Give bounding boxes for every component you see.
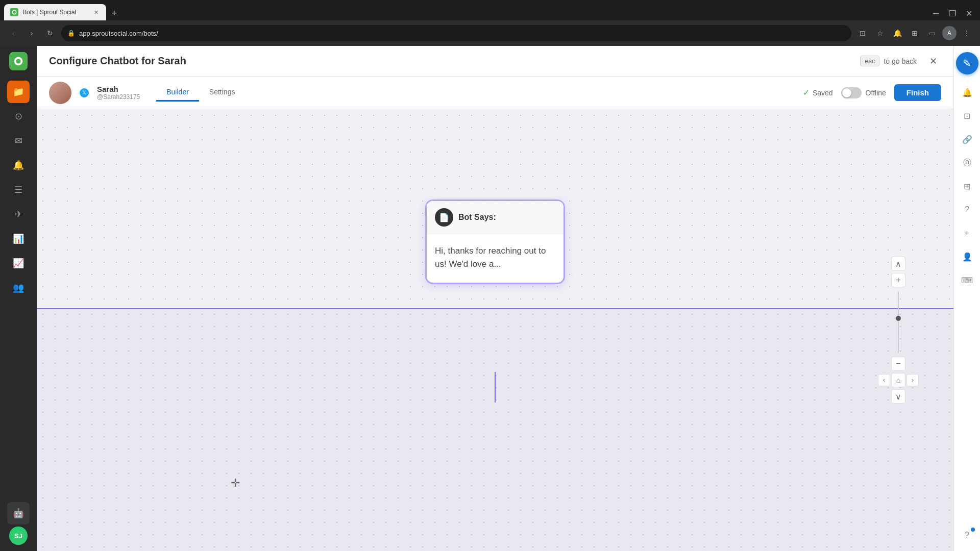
right-panel-bell[interactable]: 🔔: [958, 83, 977, 102]
new-tab-button[interactable]: +: [107, 6, 121, 20]
extension-warning-icon[interactable]: 🔔: [890, 26, 904, 40]
bot-card-icon: 📄: [435, 208, 453, 227]
tab-close-button[interactable]: ✕: [92, 8, 100, 16]
bot-card-title: Bot Says:: [458, 213, 496, 222]
sprout-logo[interactable]: [9, 52, 28, 70]
status-toggle[interactable]: [841, 87, 862, 98]
right-panel-grid[interactable]: ⊞: [958, 177, 977, 196]
zoom-up-button[interactable]: ∧: [891, 257, 905, 271]
close-button[interactable]: ✕: [962, 6, 976, 20]
right-panel-at[interactable]: ⓐ: [958, 153, 977, 172]
grid-icon: ⊞: [964, 182, 970, 191]
help-icon: ?: [965, 205, 969, 214]
analytics-icon: 📈: [13, 258, 24, 269]
tab-settings[interactable]: Settings: [199, 84, 246, 102]
window-controls: ─ ❐ ✕: [929, 6, 976, 20]
sidebar: 📁 ⊙ ✉ 🔔 ☰ ✈ 📊 📈 👥 🤖 SJ: [0, 46, 37, 551]
screen-icon[interactable]: ▭: [925, 26, 939, 40]
sidebar-item-feeds[interactable]: ☰: [7, 179, 30, 201]
url-text: app.sproutsocial.com/bots/: [79, 30, 158, 37]
users-icon: 👤: [962, 252, 972, 262]
sidebar-item-folder[interactable]: 📁: [7, 81, 30, 103]
toggle-knob: [842, 88, 851, 97]
list-icon: ☰: [14, 184, 22, 195]
add-icon: +: [965, 229, 969, 238]
saved-indicator: ✓ Saved: [803, 88, 833, 97]
browser-tabs: Bots | Sprout Social ✕ + ─ ❐ ✕: [0, 0, 980, 20]
zoom-minus-button[interactable]: −: [891, 357, 905, 371]
bot-avatar: [49, 82, 71, 104]
cast-icon[interactable]: ⊡: [855, 26, 870, 40]
right-panel: ✎ 🔔 ⊡ 🔗 ⓐ ⊞ ? + 👤 ⌨ ?: [953, 46, 980, 551]
user-avatar[interactable]: SJ: [9, 527, 28, 545]
address-bar[interactable]: 🔒 app.sproutsocial.com/bots/: [61, 25, 851, 41]
star-icon[interactable]: ☆: [873, 26, 887, 40]
sidebar-item-publish[interactable]: ✈: [7, 203, 30, 226]
sidebar-item-reports[interactable]: 📊: [7, 228, 30, 250]
extensions-icon[interactable]: ⊞: [908, 26, 922, 40]
browser-controls: ‹ › ↻ 🔒 app.sproutsocial.com/bots/ ⊡ ☆ 🔔…: [0, 20, 980, 46]
main-content: Configure Chatbot for Sarah esc to go ba…: [37, 46, 953, 551]
offline-toggle: Offline: [841, 87, 886, 98]
maximize-button[interactable]: ❐: [945, 6, 960, 20]
right-panel-activity[interactable]: ⊡: [958, 106, 977, 126]
bot-card-text: Hi, thanks for reaching out to us! We'd …: [435, 246, 546, 269]
compose-fab[interactable]: ✎: [956, 52, 978, 74]
zoom-handle[interactable]: [896, 316, 901, 321]
document-icon: 📄: [439, 213, 449, 222]
canvas-container: 📄 Bot Says: Hi, thanks for reaching out …: [37, 109, 953, 551]
sidebar-item-notifications[interactable]: 🔔: [7, 154, 30, 177]
lock-icon: 🔒: [67, 30, 75, 37]
bot-info: Sarah @Sarah233175: [97, 85, 140, 101]
back-button[interactable]: ‹: [6, 26, 20, 40]
tab-favicon: [10, 8, 18, 16]
zoom-plus-button[interactable]: +: [891, 273, 905, 287]
sidebar-item-analytics[interactable]: 📈: [7, 252, 30, 274]
forward-button[interactable]: ›: [24, 26, 39, 40]
app-container: 📁 ⊙ ✉ 🔔 ☰ ✈ 📊 📈 👥 🤖 SJ: [0, 46, 980, 551]
bot-icon: 🤖: [13, 508, 24, 519]
right-panel-help2[interactable]: ?: [958, 525, 977, 545]
sidebar-item-audience[interactable]: 👥: [7, 277, 30, 299]
bell-icon: 🔔: [962, 88, 972, 97]
profile-button[interactable]: A: [942, 26, 957, 40]
zoom-track[interactable]: [898, 291, 899, 353]
active-tab[interactable]: Bots | Sprout Social ✕: [4, 4, 106, 20]
right-panel-help[interactable]: ?: [958, 200, 977, 219]
avatar-image: [49, 82, 71, 104]
tab-builder[interactable]: Builder: [156, 84, 199, 102]
right-panel-users[interactable]: 👤: [958, 247, 977, 266]
browser-chrome: Bots | Sprout Social ✕ + ─ ❐ ✕ ‹ › ↻ 🔒 a…: [0, 0, 980, 46]
esc-hint-text: to go back: [884, 57, 917, 65]
send-icon: ✈: [15, 209, 22, 220]
inbox-icon: ✉: [15, 135, 22, 146]
bell-icon: 🔔: [13, 160, 24, 171]
connector-line: [495, 372, 496, 403]
header-close-button[interactable]: ✕: [925, 53, 941, 69]
move-cursor-icon: ✛: [231, 477, 240, 490]
minimize-button[interactable]: ─: [929, 6, 943, 20]
right-panel-add[interactable]: +: [958, 223, 977, 243]
canvas-lower: [37, 308, 953, 551]
link-icon: 🔗: [962, 135, 972, 144]
sidebar-item-bots[interactable]: 🤖: [7, 502, 30, 524]
sidebar-item-dashboard[interactable]: ⊙: [7, 105, 30, 128]
nav-left-button[interactable]: ‹: [878, 374, 890, 386]
right-panel-link[interactable]: 🔗: [958, 130, 977, 149]
bot-tabs: Builder Settings: [156, 84, 245, 102]
saved-label: Saved: [813, 89, 833, 97]
finish-button[interactable]: Finish: [894, 84, 941, 101]
zoom-controls: ∧ + − ‹ ⌂ › ∨: [878, 257, 919, 404]
menu-icon[interactable]: ⋮: [960, 26, 974, 40]
bot-card[interactable]: 📄 Bot Says: Hi, thanks for reaching out …: [427, 201, 564, 283]
bot-card-header: 📄 Bot Says:: [427, 201, 564, 234]
home-button[interactable]: ⌂: [891, 373, 905, 387]
right-panel-keyboard[interactable]: ⌨: [958, 270, 977, 290]
refresh-button[interactable]: ↻: [43, 26, 57, 40]
zoom-down-button[interactable]: ∨: [891, 389, 905, 404]
at-icon: ⓐ: [963, 158, 971, 168]
keyboard-icon: ⌨: [961, 276, 973, 285]
bot-name: Sarah: [97, 85, 140, 93]
sidebar-item-inbox[interactable]: ✉: [7, 130, 30, 152]
nav-right-button[interactable]: ›: [906, 374, 919, 386]
